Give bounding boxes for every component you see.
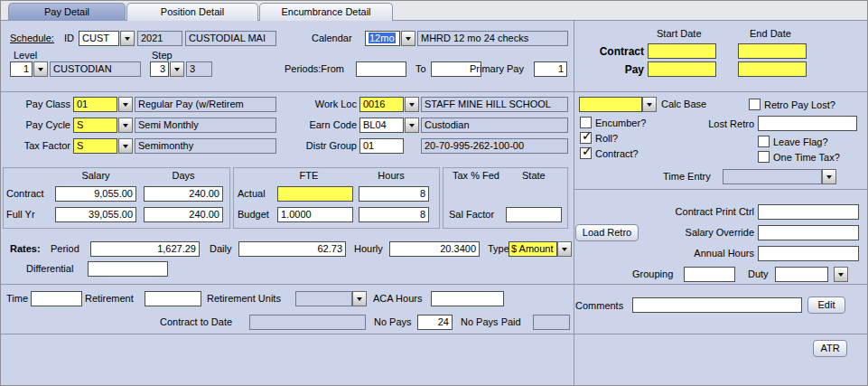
pay-end-date-field[interactable]	[738, 61, 807, 77]
atr-button[interactable]: ATR	[813, 340, 847, 357]
step-desc-field: 3	[186, 61, 212, 77]
distr-group-label: Distr Group	[301, 140, 357, 152]
encumber-checkbox[interactable]	[580, 117, 592, 128]
contract-start-date-field[interactable]	[648, 43, 716, 59]
step-dropdown-icon[interactable]	[170, 61, 184, 77]
contract-checkbox[interactable]: ✓	[580, 147, 592, 159]
calc-base-dropdown-icon[interactable]	[642, 97, 657, 112]
contract-flag-label: Contract?	[595, 148, 639, 160]
pay-class-dropdown-icon[interactable]	[118, 97, 133, 112]
period-rate-field[interactable]: 1,627.29	[90, 241, 200, 257]
tab-encumbrance-detail[interactable]: Encumbrance Detail	[259, 3, 393, 21]
schedule-id-label: ID	[64, 33, 74, 44]
tab-bar: Pay Detail Position Detail Encumbrance D…	[1, 1, 867, 21]
contract-end-date-field[interactable]	[738, 43, 807, 59]
level-desc-field: CUSTODIAN	[50, 61, 141, 77]
full-yr-salary-field[interactable]: 39,055.00	[55, 207, 136, 222]
contract-salary-field[interactable]: 9,055.00	[55, 186, 136, 202]
type-label: Type	[488, 243, 509, 255]
periods-from-field[interactable]	[356, 61, 406, 77]
period-label: Period	[51, 243, 79, 255]
actual-fte-field[interactable]	[277, 186, 353, 202]
step-field[interactable]: 3	[150, 61, 169, 77]
pay-cycle-field[interactable]: S	[73, 118, 117, 133]
calc-base-field[interactable]	[579, 97, 642, 112]
earn-code-field[interactable]: BL04	[359, 118, 404, 133]
tab-pay-detail[interactable]: Pay Detail	[8, 3, 126, 21]
grouping-label: Grouping	[632, 268, 673, 280]
sal-factor-field[interactable]	[506, 207, 562, 222]
schedule-id-field[interactable]: CUST	[79, 31, 119, 46]
calendar-selected-text: 12mo	[369, 33, 396, 43]
full-yr-days-field[interactable]: 240.00	[144, 207, 223, 222]
tax-factor-field[interactable]: S	[73, 138, 117, 154]
pay-class-field[interactable]: 01	[73, 97, 117, 112]
contract-to-date-label: Contract to Date	[160, 316, 232, 328]
contract-row-label: Contract	[6, 188, 44, 200]
time-entry-field[interactable]	[723, 169, 822, 184]
retro-pay-lost-checkbox[interactable]	[749, 99, 761, 110]
pay-class-desc-field: Regular Pay (w/Retirem	[135, 97, 276, 112]
contract-days-field[interactable]: 240.00	[144, 186, 223, 202]
differential-field[interactable]	[88, 261, 168, 277]
duty-field[interactable]	[775, 267, 828, 282]
tax-factor-dropdown-icon[interactable]	[118, 138, 133, 154]
one-time-tax-checkbox[interactable]	[758, 151, 770, 163]
calendar-field[interactable]: 12mo	[365, 31, 400, 46]
time-entry-label: Time Entry	[663, 171, 711, 183]
level-dropdown-icon[interactable]	[33, 61, 48, 77]
time-field[interactable]	[31, 291, 82, 306]
daily-rate-field[interactable]: 62.73	[238, 241, 346, 257]
annual-hours-field[interactable]	[758, 246, 859, 261]
retirement-units-dropdown-icon[interactable]	[352, 291, 367, 306]
schedule-id-dropdown-icon[interactable]	[120, 31, 135, 46]
hourly-rate-field[interactable]: 20.3400	[389, 241, 480, 257]
retirement-field[interactable]	[145, 291, 201, 306]
contract-print-ctrl-field[interactable]	[758, 204, 859, 220]
primary-pay-field[interactable]: 1	[534, 61, 567, 77]
days-column-header: Days	[144, 170, 223, 182]
load-retro-button[interactable]: Load Retro	[575, 224, 639, 241]
schedule-label: Schedule:	[10, 33, 54, 44]
comments-field[interactable]	[632, 297, 802, 313]
roll-checkbox[interactable]: ✓	[580, 132, 592, 144]
salary-override-field[interactable]	[758, 225, 859, 240]
time-entry-dropdown-icon[interactable]	[822, 169, 836, 184]
no-pays-field[interactable]: 24	[417, 315, 453, 330]
encumber-label: Encumber?	[595, 118, 646, 129]
calendar-dropdown-icon[interactable]	[401, 31, 415, 46]
work-loc-dropdown-icon[interactable]	[405, 97, 419, 112]
pay-start-date-field[interactable]	[648, 61, 716, 77]
pay-cycle-dropdown-icon[interactable]	[118, 118, 133, 133]
panel-vertical-divider	[574, 21, 574, 386]
no-pays-paid-field	[533, 315, 570, 330]
retro-pay-lost-label: Retro Pay Lost?	[764, 99, 835, 111]
aca-hours-field[interactable]	[431, 291, 504, 306]
work-loc-desc-field: STAFF MINE HILL SCHOOL	[421, 97, 568, 112]
budget-fte-field[interactable]: 1.0000	[277, 207, 353, 222]
tax-factor-desc-field: Semimonthy	[135, 138, 276, 154]
duty-dropdown-icon[interactable]	[834, 267, 848, 282]
rate-type-field[interactable]: $ Amount	[509, 241, 557, 257]
roll-label: Roll?	[595, 133, 618, 145]
distr-group-field[interactable]: 01	[359, 138, 404, 154]
grouping-field[interactable]	[684, 267, 735, 282]
edit-button[interactable]: Edit	[807, 297, 845, 314]
level-label: Level	[14, 50, 37, 61]
divider-3	[1, 334, 868, 334]
actual-hours-field[interactable]: 8	[359, 186, 429, 202]
level-field[interactable]: 1	[10, 61, 33, 77]
daily-label: Daily	[210, 243, 231, 255]
retirement-units-field[interactable]	[295, 291, 352, 306]
rate-type-dropdown-icon[interactable]	[557, 241, 572, 257]
work-loc-field[interactable]: 0016	[359, 97, 404, 112]
tab-position-detail[interactable]: Position Detail	[126, 3, 258, 21]
lost-retro-field[interactable]	[758, 116, 857, 131]
salary-override-label: Salary Override	[646, 227, 754, 239]
earn-code-dropdown-icon[interactable]	[405, 118, 419, 133]
pay-class-label: Pay Class	[12, 99, 70, 110]
work-loc-label: Work Loc	[301, 99, 357, 110]
comments-label: Comments	[575, 300, 623, 312]
leave-flag-checkbox[interactable]	[758, 136, 770, 147]
budget-hours-field[interactable]: 8	[359, 207, 429, 222]
